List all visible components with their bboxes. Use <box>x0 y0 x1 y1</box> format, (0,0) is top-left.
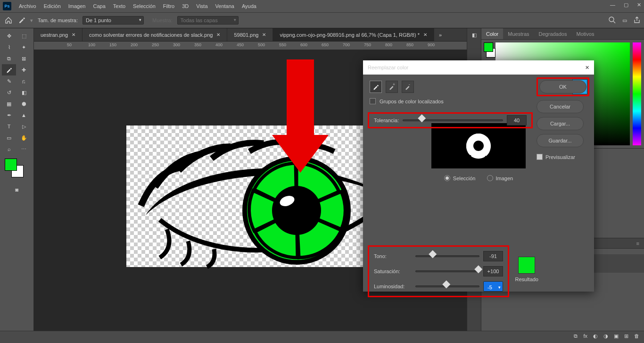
panel-fg-swatch[interactable] <box>484 42 493 52</box>
eyedropper-subtract-button[interactable]: - <box>402 81 414 93</box>
tab-muestras[interactable]: Muestras <box>503 28 534 39</box>
canvas[interactable] <box>126 125 396 267</box>
clone-tool[interactable]: ⎌ <box>17 75 31 87</box>
svg-line-1 <box>613 21 615 23</box>
eye-image <box>126 125 396 267</box>
history-brush-tool[interactable]: ↺ <box>2 87 16 98</box>
eyedropper-tool[interactable] <box>2 64 16 75</box>
more-tools[interactable]: ⋯ <box>17 143 31 155</box>
share-icon[interactable] <box>634 17 640 24</box>
eyedropper-tool-icon <box>18 16 25 25</box>
localized-checkbox[interactable] <box>370 98 376 104</box>
luminosity-value[interactable]: -5 <box>483 281 503 292</box>
menu-seleccion[interactable]: Selección <box>129 3 159 9</box>
foreground-swatch[interactable] <box>5 159 17 171</box>
close-icon[interactable]: ✕ <box>585 65 589 71</box>
trash-icon[interactable]: 🗑 <box>634 333 639 341</box>
saturation-slider[interactable] <box>415 270 479 272</box>
fx-icon[interactable]: fx <box>583 333 587 341</box>
menu-ventana[interactable]: Ventana <box>212 3 238 9</box>
layers-panel-menu[interactable]: ≡ <box>632 238 644 248</box>
home-icon[interactable] <box>4 16 13 25</box>
menu-capa[interactable]: Capa <box>89 3 109 9</box>
preview-checkbox[interactable]: ✓ <box>537 154 543 160</box>
tolerance-value[interactable]: 40 <box>507 115 527 125</box>
sample-size-label: Tam. de muestra: <box>38 17 78 23</box>
ok-highlight: OK <box>537 77 589 96</box>
menu-filtro[interactable]: Filtro <box>159 3 178 9</box>
luminosity-slider[interactable] <box>415 285 479 287</box>
muestra-select[interactable]: Todas las capas <box>177 16 239 25</box>
tab-color[interactable]: Color <box>481 28 503 39</box>
menu-edicion[interactable]: Edición <box>40 3 65 9</box>
path-select-tool[interactable]: ▲ <box>17 109 31 121</box>
tab-1[interactable]: uestran.png✕ <box>34 28 83 41</box>
move-tool[interactable]: ✥ <box>2 30 16 42</box>
crop-tool[interactable]: ⧉ <box>2 53 16 64</box>
tab-degradados[interactable]: Degradados <box>534 28 572 39</box>
menu-imagen[interactable]: Imagen <box>65 3 90 9</box>
radio-image[interactable]: Imagen <box>487 175 513 181</box>
luminosity-label: Luminosidad: <box>374 284 412 289</box>
dialog-titlebar[interactable]: Reemplazar color ✕ <box>363 60 594 75</box>
quickmask-icon[interactable]: ◙ <box>2 187 32 192</box>
load-button[interactable]: Cargar... <box>537 117 584 130</box>
document-tabs: uestran.png✕ como solventar errores de n… <box>34 28 467 42</box>
result-color-chip[interactable] <box>518 257 535 274</box>
direct-select-tool[interactable]: ▷ <box>17 121 31 132</box>
color-swatches[interactable] <box>2 159 32 177</box>
workspace-icon[interactable]: ▭ <box>622 17 627 24</box>
blur-tool[interactable]: ⬢ <box>17 98 31 109</box>
radio-selection[interactable]: Selección <box>444 175 476 181</box>
eraser-tool[interactable]: ◧ <box>17 87 31 98</box>
tab-motivos[interactable]: Motivos <box>571 28 599 39</box>
menu-3d[interactable]: 3D <box>178 3 192 9</box>
close-icon[interactable]: ✕ <box>216 32 220 37</box>
sample-size-select[interactable]: De 1 punto <box>83 16 144 25</box>
panel-icon[interactable]: ◧ <box>472 32 477 38</box>
close-icon[interactable]: ✕ <box>262 32 266 37</box>
saturation-value[interactable]: +100 <box>483 266 503 276</box>
close-icon[interactable]: ✕ <box>72 32 75 37</box>
hand-tool[interactable]: ✋ <box>17 132 31 143</box>
minimize-icon[interactable]: — <box>610 2 615 8</box>
zoom-tool[interactable]: ⌕ <box>2 143 16 155</box>
link-icon[interactable]: ⧉ <box>574 333 578 341</box>
marquee-tool[interactable]: ⬚ <box>17 30 31 42</box>
tab-2[interactable]: como solventar errores de notificaciones… <box>83 28 227 41</box>
heal-tool[interactable]: ✚ <box>17 64 31 75</box>
hue-value[interactable]: -91 <box>483 251 503 261</box>
pen-tool[interactable]: ✒ <box>2 109 16 121</box>
frame-tool[interactable]: ⊠ <box>17 53 31 64</box>
menu-ayuda[interactable]: Ayuda <box>238 3 260 9</box>
close-icon[interactable]: ✕ <box>423 32 427 37</box>
eyedropper-add-button[interactable]: + <box>386 81 398 93</box>
search-icon[interactable] <box>608 16 616 25</box>
tab-3[interactable]: 59801.png✕ <box>227 28 273 41</box>
cancel-button[interactable]: Cancelar <box>537 100 584 113</box>
menu-texto[interactable]: Texto <box>109 3 129 9</box>
save-button[interactable]: Guardar... <box>537 134 584 147</box>
quick-select-tool[interactable]: ✦ <box>17 42 31 53</box>
gradient-tool[interactable]: ▦ <box>2 98 16 109</box>
lasso-tool[interactable]: ⌇ <box>2 42 16 53</box>
brush-tool[interactable]: ✎ <box>2 75 16 87</box>
close-icon[interactable]: ✕ <box>637 2 641 8</box>
folder-icon[interactable]: ▣ <box>614 333 619 341</box>
maximize-icon[interactable]: ▢ <box>624 2 628 8</box>
eyedropper-sample-button[interactable] <box>370 81 382 93</box>
adjustment-icon[interactable]: ◑ <box>603 333 608 341</box>
tabs-overflow[interactable]: » <box>434 28 446 41</box>
shape-tool[interactable]: ▭ <box>2 132 16 143</box>
menu-archivo[interactable]: Archivo <box>15 3 40 9</box>
type-tool[interactable]: T <box>2 121 16 132</box>
mask-icon[interactable]: ◐ <box>593 333 598 341</box>
layers-footer: ⧉ fx ◐ ◑ ▣ ⊞ 🗑 <box>0 331 644 343</box>
menu-vista[interactable]: Vista <box>192 3 211 9</box>
hue-slider[interactable] <box>415 255 479 257</box>
hue-slider[interactable] <box>633 42 641 145</box>
tab-4[interactable]: vippng.com-ojo-png-908916.png al 66,7% (… <box>273 28 434 41</box>
ok-button[interactable]: OK <box>539 80 586 93</box>
new-layer-icon[interactable]: ⊞ <box>624 333 628 341</box>
tolerance-slider[interactable] <box>403 119 503 121</box>
